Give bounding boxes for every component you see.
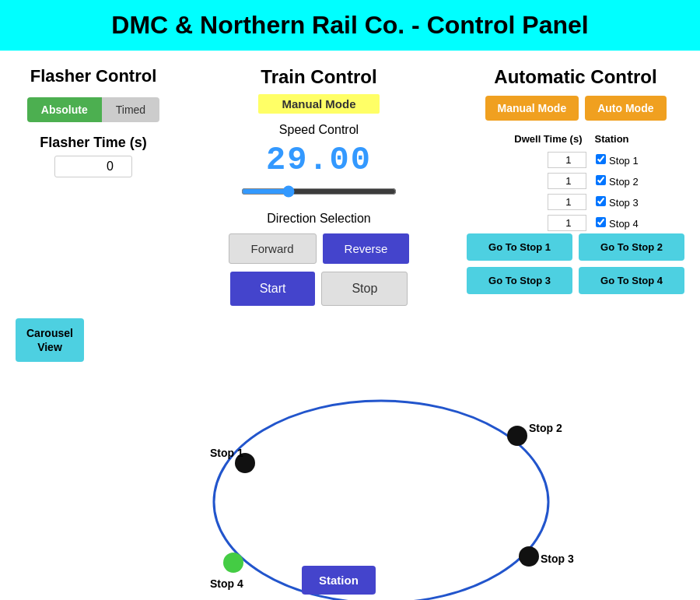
direction-label: Direction Selection [179,212,459,226]
dwell-table: Dwell Time (s) Station Stop 1 Stop 2 Sto… [509,132,641,233]
forward-button[interactable]: Forward [229,233,317,264]
absolute-button[interactable]: Absolute [27,97,102,122]
stop1-checkbox[interactable] [596,154,606,164]
stop-button[interactable]: Stop [321,272,408,306]
dwell-row-4: Stop 4 [509,212,641,233]
flasher-time-input[interactable] [54,156,132,177]
flasher-title: Flasher Control [16,66,171,86]
stop3-label: Stop 3 [541,553,574,565]
stop4-label: Stop 4 [210,577,243,590]
train-title: Train Control [179,66,459,88]
station-header: Station [590,132,641,149]
dwell-row-1: Stop 1 [509,149,641,170]
stop4-marker [223,553,243,573]
speed-display: 29.00 [179,142,459,179]
auto-mode-buttons: Manual Mode Auto Mode [467,96,684,121]
dwell-input-stop3[interactable] [548,194,586,210]
dwell-input-stop4[interactable] [548,215,586,231]
stop4-checkbox[interactable] [596,217,606,227]
flasher-toggle-group: Absolute Timed [16,97,171,122]
stop3-marker [519,546,539,567]
goto-buttons-grid: Go To Stop 1Go To Stop 2Go To Stop 3Go T… [467,233,684,294]
dwell-input-stop1[interactable] [548,152,586,168]
header: DMC & Northern Rail Co. - Control Panel [0,0,700,51]
action-buttons: Start Stop [179,272,459,306]
stop2-checkbox[interactable] [596,175,606,185]
train-mode-badge: Manual Mode [258,94,379,114]
speed-slider-container [241,185,397,201]
speed-slider[interactable] [241,185,397,198]
stop2-label: Stop 2 [529,422,562,434]
timed-button[interactable]: Timed [102,97,159,122]
carousel-section: CarouselView [0,306,700,362]
auto-control-panel: Automatic Control Manual Mode Auto Mode … [467,66,684,306]
auto-mode-button[interactable]: Auto Mode [585,96,666,121]
stop1-label: Stop 1 [210,447,243,459]
station-button[interactable]: Station [302,566,376,595]
manual-mode-button[interactable]: Manual Mode [485,96,579,121]
stop2-marker [507,426,527,446]
goto-stop1-button[interactable]: Go To Stop 1 [467,233,572,261]
dwell-input-stop2[interactable] [548,173,586,189]
page-title: DMC & Northern Rail Co. - Control Panel [0,11,700,40]
flasher-control-panel: Flasher Control Absolute Timed Flasher T… [16,66,171,306]
train-control-panel: Train Control Manual Mode Speed Control … [179,66,459,306]
svg-point-0 [214,401,548,600]
speed-label: Speed Control [179,123,459,137]
dwell-time-header: Dwell Time (s) [509,132,590,149]
reverse-button[interactable]: Reverse [323,233,410,264]
dwell-row-3: Stop 3 [509,191,641,212]
flasher-time-label: Flasher Time (s) [16,135,171,151]
stop3-checkbox[interactable] [596,196,606,206]
auto-title: Automatic Control [467,66,684,88]
track-diagram: Stop 1 Stop 2 Stop 3 Stop 4 Station [0,370,700,600]
goto-stop2-button[interactable]: Go To Stop 2 [579,233,684,261]
carousel-view-button[interactable]: CarouselView [16,318,84,362]
dwell-row-2: Stop 2 [509,170,641,191]
direction-buttons: Forward Reverse [179,233,459,264]
goto-stop4-button[interactable]: Go To Stop 4 [579,267,684,294]
goto-stop3-button[interactable]: Go To Stop 3 [467,267,572,294]
start-button[interactable]: Start [230,272,316,306]
